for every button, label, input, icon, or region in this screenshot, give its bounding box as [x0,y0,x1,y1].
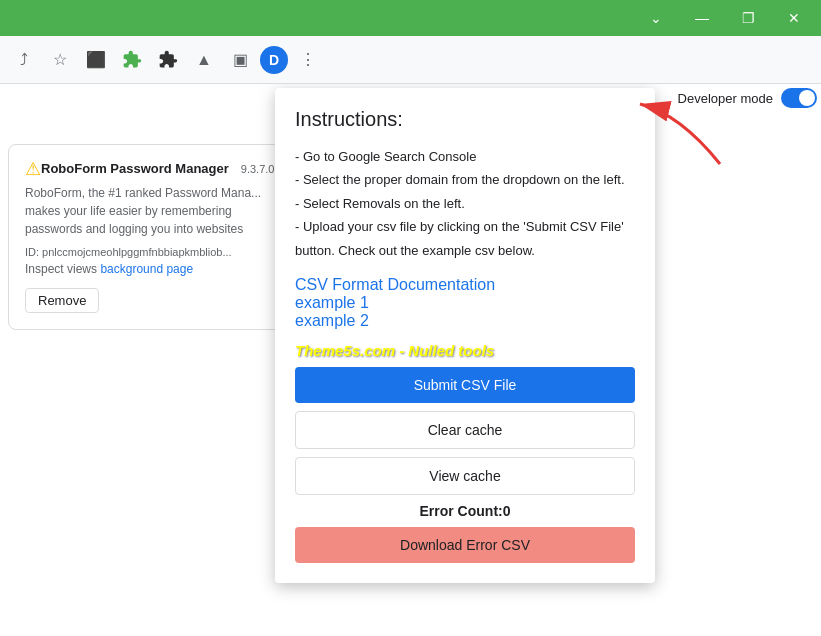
screenshot-icon[interactable]: ⬛ [80,44,112,76]
minimize-button[interactable]: ⌄ [633,0,679,36]
csv-format-link[interactable]: CSV Format Documentation [295,276,495,293]
popup-links: CSV Format Documentation example 1 examp… [295,276,635,330]
dev-mode-toggle[interactable] [781,88,817,108]
popup-instructions: - Go to Google Search Console - Select t… [295,145,635,262]
dev-mode-bar: Developer mode [678,88,817,108]
clear-cache-button[interactable]: Clear cache [295,411,635,449]
view-cache-button[interactable]: View cache [295,457,635,495]
ext-version: 9.3.7.0 [241,163,275,175]
sidebar-toggle-icon[interactable]: ▣ [224,44,256,76]
inspect-views: Inspect views background page [25,262,281,276]
step-2: - Select the proper domain from the drop… [295,168,635,191]
extension-green-icon[interactable] [116,44,148,76]
ext-actions: Remove [25,288,281,313]
share-icon[interactable]: ⤴ [8,44,40,76]
extension-card: ⚠ RoboForm Password Manager 9.3.7.0 Robo… [8,144,298,330]
example2-link[interactable]: example 2 [295,312,369,329]
lab-icon[interactable]: ▲ [188,44,220,76]
extensions-puzzle-icon[interactable] [152,44,184,76]
ext-header: ⚠ RoboForm Password Manager 9.3.7.0 [25,161,281,176]
ext-warning-icon: ⚠ [25,158,41,180]
menu-icon[interactable]: ⋮ [292,44,324,76]
main-content: Developer mode ⚠ RoboForm Password Manag… [0,84,821,636]
dev-mode-label: Developer mode [678,91,773,106]
maximize-window-button[interactable]: ❐ [725,0,771,36]
ext-id: ID: pnlccmojcmeohlpggmfnbbiapkmbliob... [25,246,281,258]
toolbar: ⤴ ☆ ⬛ ▲ ▣ D ⋮ [0,36,821,84]
remove-button[interactable]: Remove [25,288,99,313]
step-4: - Upload your csv file by clicking on th… [295,215,635,262]
minimize-window-button[interactable]: — [679,0,725,36]
bookmark-icon[interactable]: ☆ [44,44,76,76]
popup-panel: Instructions: - Go to Google Search Cons… [275,88,655,583]
popup-title: Instructions: [295,108,635,131]
watermark: Theme5s.com - Nulled tools [295,342,635,359]
error-count: Error Count:0 [295,503,635,519]
step-1: - Go to Google Search Console [295,145,635,168]
download-error-csv-button[interactable]: Download Error CSV [295,527,635,563]
submit-csv-button[interactable]: Submit CSV File [295,367,635,403]
background-page-link[interactable]: background page [100,262,193,276]
step-3: - Select Removals on the left. [295,192,635,215]
title-bar: ⌄ — ❐ ✕ [0,0,821,36]
close-window-button[interactable]: ✕ [771,0,817,36]
avatar[interactable]: D [260,46,288,74]
ext-description: RoboForm, the #1 ranked Password Mana...… [25,184,281,238]
example1-link[interactable]: example 1 [295,294,369,311]
ext-name: RoboForm Password Manager [41,161,229,176]
